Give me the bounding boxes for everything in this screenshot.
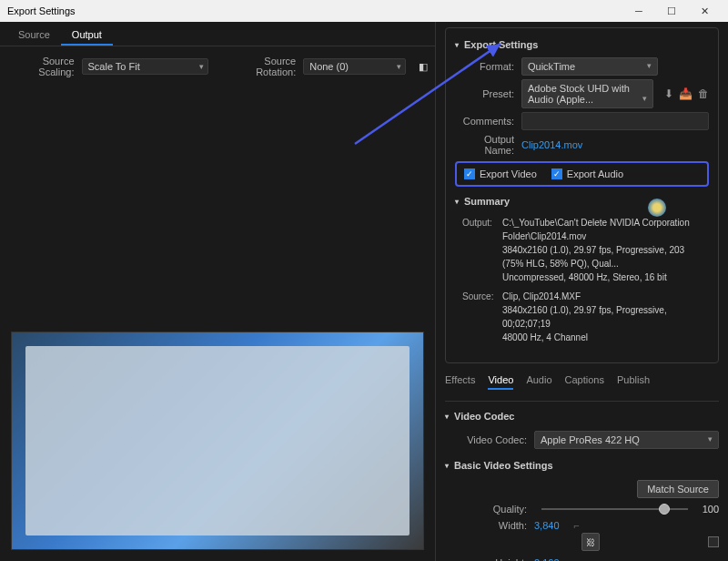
preview-tabs: Source Output <box>0 22 435 46</box>
crop-icon[interactable]: ◧ <box>419 61 428 73</box>
titlebar: Export Settings ─ ☐ ✕ <box>0 0 728 22</box>
right-panel: ▾ Export Settings Format: QuickTime Pres… <box>435 22 728 561</box>
close-button[interactable]: ✕ <box>688 0 721 22</box>
maximize-button[interactable]: ☐ <box>655 0 688 22</box>
video-codec-label: Video Codec: <box>445 434 527 445</box>
summary-source-value: Clip, Clip2014.MXF 3840x2160 (1.0), 29.9… <box>502 290 702 344</box>
basic-video-header[interactable]: ▾ Basic Video Settings <box>445 456 719 474</box>
height-value[interactable]: 2,160 <box>534 557 560 562</box>
preset-label: Preset: <box>455 88 514 99</box>
output-name-link[interactable]: Clip2014.mov <box>521 139 582 150</box>
link-dimensions-icon[interactable]: ⛓ <box>581 533 600 551</box>
video-codec-header[interactable]: ▾ Video Codec <box>445 407 719 425</box>
import-preset-icon[interactable]: 📥 <box>679 87 693 100</box>
left-panel: Source Output Source Scaling: Scale To F… <box>0 22 435 561</box>
scaling-select[interactable]: Scale To Fit <box>82 58 209 75</box>
quality-label: Quality: <box>445 504 527 515</box>
summary-output-label: Output: <box>462 216 497 284</box>
caret-down-icon: ▾ <box>455 41 459 49</box>
summary-output-value: C:\_YouTube\Can't Delete NVIDIA Corporat… <box>502 216 702 284</box>
summary-source-label: Source: <box>462 290 497 344</box>
preview-area[interactable] <box>11 332 424 550</box>
tab-effects[interactable]: Effects <box>445 374 475 390</box>
tab-video[interactable]: Video <box>488 374 513 390</box>
width-value[interactable]: 3,840 <box>534 520 560 531</box>
tab-captions[interactable]: Captions <box>565 374 604 390</box>
match-source-button[interactable]: Match Source <box>637 480 719 498</box>
checkbox-checked-icon <box>464 168 475 179</box>
comments-input[interactable] <box>521 112 709 130</box>
caret-down-icon: ▾ <box>455 198 459 206</box>
export-settings-header[interactable]: ▾ Export Settings <box>455 36 709 54</box>
tab-output[interactable]: Output <box>61 26 113 46</box>
comments-label: Comments: <box>455 116 514 127</box>
checkbox-checked-icon <box>551 168 562 179</box>
export-video-checkbox[interactable]: Export Video <box>464 168 537 179</box>
tab-audio[interactable]: Audio <box>526 374 551 390</box>
video-codec-select[interactable]: Apple ProRes 422 HQ <box>534 431 719 449</box>
tab-publish[interactable]: Publish <box>617 374 650 390</box>
slider-thumb[interactable] <box>659 504 670 515</box>
export-settings-box: ▾ Export Settings Format: QuickTime Pres… <box>445 27 719 363</box>
format-label: Format: <box>455 61 514 72</box>
summary-header[interactable]: ▾ Summary <box>455 192 709 210</box>
settings-tabs: Effects Video Audio Captions Publish <box>445 369 719 395</box>
export-audio-checkbox[interactable]: Export Audio <box>551 168 623 179</box>
scaling-label: Source Scaling: <box>7 56 75 77</box>
rotation-select[interactable]: None (0) <box>303 58 406 75</box>
caret-down-icon: ▾ <box>445 462 449 470</box>
width-label: Width: <box>445 520 527 531</box>
caret-down-icon: ▾ <box>445 413 449 421</box>
output-name-label: Output Name: <box>455 134 514 156</box>
quality-value: 100 <box>703 504 719 515</box>
export-toggles-highlight: Export Video Export Audio <box>455 161 709 187</box>
dimensions-match-checkbox[interactable] <box>708 536 719 547</box>
preset-select[interactable]: Adobe Stock UHD with Audio (Apple... <box>521 79 653 108</box>
tab-source[interactable]: Source <box>7 26 61 46</box>
rotation-label: Source Rotation: <box>225 56 296 77</box>
window-title: Export Settings <box>7 5 76 16</box>
delete-preset-icon[interactable]: 🗑 <box>698 87 709 100</box>
save-preset-icon[interactable]: ⬇ <box>664 87 673 100</box>
height-label: Height: <box>445 557 527 562</box>
format-select[interactable]: QuickTime <box>521 57 658 76</box>
quality-slider[interactable] <box>541 508 688 510</box>
minimize-button[interactable]: ─ <box>622 0 655 22</box>
